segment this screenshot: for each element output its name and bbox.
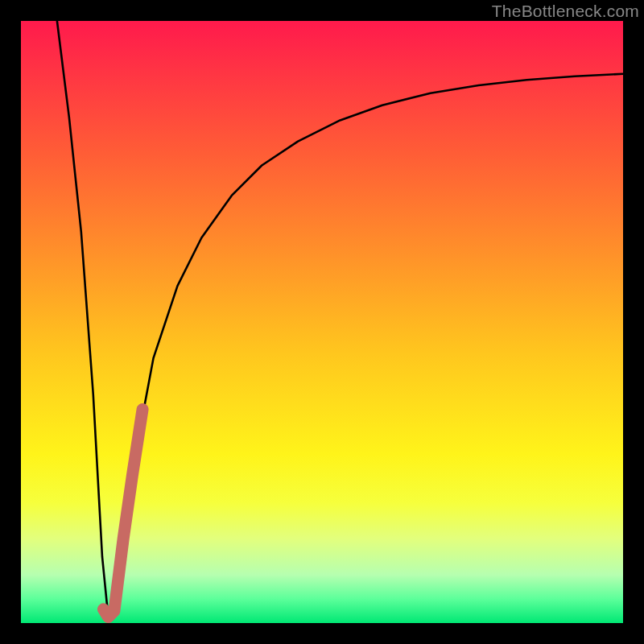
highlight-segment [103,409,142,617]
chart-frame: TheBottleneck.com [0,0,644,644]
plot-area [21,21,623,623]
chart-svg [21,21,623,623]
watermark-text: TheBottleneck.com [492,2,639,21]
bottleneck-curve [57,21,623,617]
